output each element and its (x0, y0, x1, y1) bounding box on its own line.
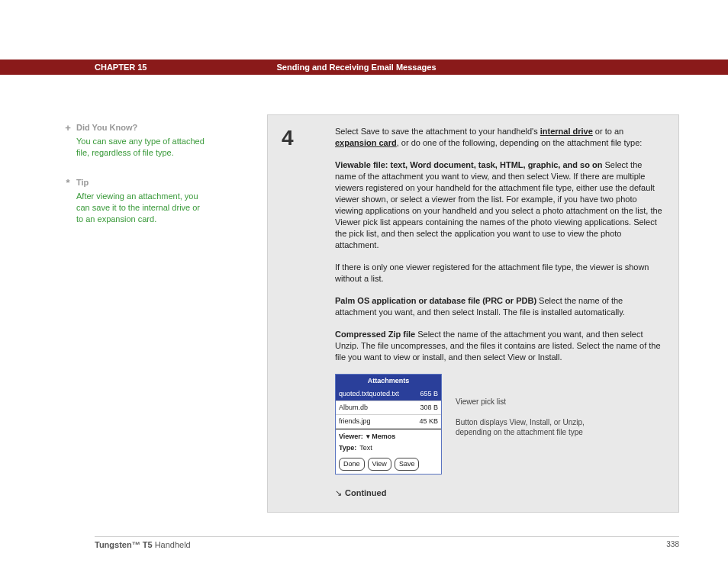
viewer-picklist[interactable]: ▾ Memos (366, 431, 396, 442)
product-name: Tungsten™ T5 Handheld (95, 540, 191, 549)
device-figure-row: Attachments quoted.txtquoted.txt 655 B A… (335, 374, 665, 475)
page-footer: Tungsten™ T5 Handheld 338 (95, 536, 679, 549)
annotation-button-label: Button displays View, Install, or Unzip,… (456, 417, 585, 437)
did-you-know-block: + Did You Know? You can save any type of… (76, 122, 206, 159)
did-you-know-title: Did You Know? (76, 122, 206, 134)
dialog-title: Attachments (336, 375, 441, 388)
viewable-file-para: Viewable file: text, Word document, task… (335, 159, 665, 251)
attachment-list: quoted.txtquoted.txt 655 B Album.db 308 … (336, 388, 441, 429)
page-number: 338 (666, 540, 679, 549)
step-panel: 4 Select Save to save the attachment to … (267, 114, 679, 513)
annotation-column: Viewer pick list Button displays View, I… (456, 374, 585, 448)
continued-arrow-icon: ↘ (335, 488, 342, 497)
tip-title: Tip (76, 177, 206, 188)
annotation-viewer-picklist: Viewer pick list (456, 397, 585, 407)
continued-label: ↘Continued (335, 488, 665, 498)
list-item[interactable]: friends.jpg 45 KB (336, 415, 441, 429)
palm-os-para: Palm OS application or database file (PR… (335, 295, 665, 318)
view-button[interactable]: View (368, 458, 391, 471)
step-body: Select Save to save the attachment to yo… (335, 126, 665, 475)
did-you-know-text: You can save any type of attached file, … (76, 136, 206, 159)
plus-icon: + (63, 122, 73, 134)
step-number: 4 (282, 126, 294, 150)
list-item[interactable]: quoted.txtquoted.txt 655 B (336, 388, 441, 401)
link-expansion-card[interactable]: expansion card (335, 138, 397, 147)
tip-text: After viewing an attachment, you can sav… (76, 191, 206, 225)
link-internal-drive[interactable]: internal drive (540, 127, 593, 136)
sidebar: + Did You Know? You can save any type of… (76, 122, 206, 243)
type-value: Text (359, 442, 372, 454)
list-item[interactable]: Album.db 308 B (336, 401, 441, 415)
zip-para: Compressed Zip file Select the name of t… (335, 329, 665, 363)
chapter-header: CHAPTER 15 Sending and Receiving Email M… (0, 60, 728, 75)
chapter-label: CHAPTER 15 (95, 63, 147, 72)
asterisk-icon: * (63, 177, 73, 188)
chapter-title: Sending and Receiving Email Messages (276, 63, 436, 72)
attachments-dialog: Attachments quoted.txtquoted.txt 655 B A… (335, 374, 442, 475)
dialog-meta: Viewer: ▾ Memos Type: Text (336, 429, 441, 455)
step-intro: Select Save to save the attachment to yo… (335, 126, 665, 149)
single-viewer-para: If there is only one viewer registered f… (335, 262, 665, 285)
tip-block: * Tip After viewing an attachment, you c… (76, 177, 206, 225)
done-button[interactable]: Done (339, 458, 365, 471)
save-button[interactable]: Save (395, 458, 420, 471)
